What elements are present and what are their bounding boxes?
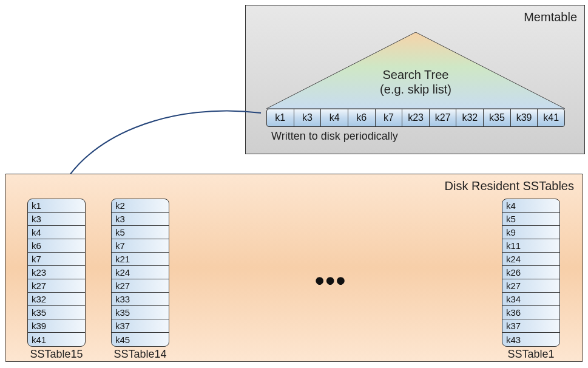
sstable-title: Disk Resident SSTables [445, 179, 574, 193]
memtable-key: k23 [402, 109, 430, 126]
sstable-key: k5 [502, 213, 559, 226]
sstable-key: k37 [112, 319, 169, 333]
memtable-key: k39 [511, 109, 538, 126]
memtable-key-row: k1 k3 k4 k6 k7 k23 k27 k32 k35 k39 k41 [266, 109, 565, 127]
sstable-key: k43 [502, 333, 559, 346]
memtable-panel: Memtable Search Tree (e.g. skip list) k1… [245, 5, 585, 154]
sstable-key: k33 [112, 293, 169, 306]
memtable-key: k3 [294, 109, 322, 126]
memtable-footer: Written to disk periodically [271, 130, 398, 143]
sstable-key: k7 [112, 239, 169, 253]
sstable-key: k5 [112, 226, 169, 239]
sstable-key: k1 [28, 199, 85, 213]
search-tree-label-1: Search Tree [266, 67, 565, 82]
sstable-key: k3 [28, 213, 85, 226]
sstable-key: k36 [502, 306, 559, 319]
sstable-panel: Disk Resident SSTables k1 k3 k4 k6 k7 k2… [5, 174, 583, 362]
sstable-key: k9 [502, 226, 559, 239]
ellipsis-icon: ••• [315, 265, 346, 296]
memtable-key: k35 [484, 109, 511, 126]
memtable-key: k7 [376, 109, 403, 126]
sstable-15: k1 k3 k4 k6 k7 k23 k27 k32 k35 k39 k41 [27, 199, 86, 347]
sstable-key: k39 [28, 319, 85, 333]
sstable-key: k6 [28, 239, 85, 253]
sstable-key: k4 [28, 226, 85, 239]
sstable-key: k21 [112, 253, 169, 266]
sstable-key: k7 [28, 253, 85, 266]
memtable-key: k27 [430, 109, 457, 126]
sstable-1: k4 k5 k9 k11 k24 k26 k27 k34 k36 k37 k43 [502, 199, 560, 347]
sstable-14-label: SSTable14 [111, 348, 169, 361]
sstable-key: k11 [502, 239, 559, 253]
sstable-key: k37 [502, 319, 559, 333]
sstable-key: k27 [28, 279, 85, 293]
sstable-key: k27 [112, 279, 169, 293]
sstable-key: k3 [112, 213, 169, 226]
sstable-15-label: SSTable15 [27, 348, 86, 361]
sstable-14: k2 k3 k5 k7 k21 k24 k27 k33 k35 k37 k45 [111, 199, 169, 347]
sstable-key: k27 [502, 279, 559, 293]
sstable-key: k23 [28, 266, 85, 279]
sstable-1-label: SSTable1 [502, 348, 560, 361]
sstable-key: k35 [112, 306, 169, 319]
sstable-key: k4 [502, 199, 559, 213]
sstable-key: k34 [502, 293, 559, 306]
memtable-key: k4 [321, 109, 348, 126]
search-tree-triangle: Search Tree (e.g. skip list) [266, 32, 565, 109]
memtable-title: Memtable [524, 10, 577, 24]
sstable-key: k41 [28, 333, 85, 346]
sstable-key: k32 [28, 293, 85, 306]
sstable-key: k24 [112, 266, 169, 279]
sstable-key: k45 [112, 333, 169, 346]
sstable-key: k2 [112, 199, 169, 213]
sstable-key: k35 [28, 306, 85, 319]
sstable-key: k26 [502, 266, 559, 279]
memtable-key: k32 [456, 109, 484, 126]
search-tree-labels: Search Tree (e.g. skip list) [266, 32, 565, 109]
sstable-key: k24 [502, 253, 559, 266]
memtable-key: k41 [538, 109, 564, 126]
search-tree-label-2: (e.g. skip list) [266, 82, 565, 97]
memtable-key: k6 [348, 109, 376, 126]
memtable-key: k1 [267, 109, 294, 126]
